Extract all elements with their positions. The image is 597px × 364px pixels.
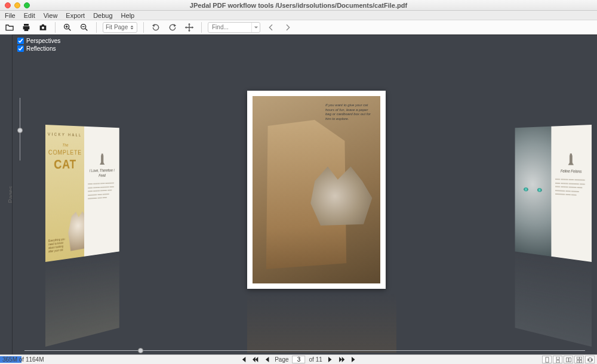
- rotate-ccw-button[interactable]: [150, 21, 162, 33]
- cover-line-cat: CAT: [45, 157, 84, 172]
- right-body-text: ▬▬ ▬▬▬ ▬▬ ▬▬▬▬ ▬▬ ▬▬▬ ▬▬▬▬ ▬▬ ▬▬ ▬▬▬ ▬▬▬…: [555, 177, 587, 197]
- rotate-cw-icon: [168, 23, 177, 32]
- menu-help[interactable]: Help: [121, 12, 135, 19]
- fast-back-button[interactable]: [251, 356, 259, 364]
- workspace: Pages Perspectives Reflections VICKY HAL…: [0, 35, 597, 354]
- cover-line-the: The: [45, 143, 84, 147]
- page-of-label: of 11: [309, 356, 322, 363]
- continuous-facing-view-button[interactable]: [574, 356, 584, 363]
- menu-view[interactable]: View: [44, 12, 58, 19]
- page-viewer[interactable]: Perspectives Reflections VICKY HALL The …: [12, 35, 597, 354]
- menu-debug[interactable]: Debug: [93, 12, 112, 19]
- svg-rect-3: [546, 357, 549, 362]
- chevron-right-icon: [283, 23, 293, 32]
- right-reflection: [515, 252, 592, 347]
- view-mode-buttons: [542, 356, 595, 363]
- zoom-out-button[interactable]: [78, 21, 90, 33]
- moka-pot-icon: [567, 153, 574, 165]
- find-field[interactable]: [208, 22, 260, 33]
- status-bar: 365M of 1164M Page of 11: [0, 354, 597, 364]
- horizontal-slider-thumb[interactable]: [138, 348, 143, 353]
- right-essay-title: Feline Felons: [555, 168, 587, 174]
- book-cover: VICKY HALL The COMPLETE CAT Everything y…: [45, 125, 84, 262]
- toolbar-separator: [143, 22, 144, 33]
- print-button[interactable]: [20, 21, 32, 33]
- find-input[interactable]: [208, 24, 251, 30]
- svg-rect-10: [577, 360, 579, 362]
- toolbar-separator: [96, 22, 97, 33]
- cover-line-complete: COMPLETE: [45, 149, 84, 156]
- page-number-input[interactable]: [293, 356, 306, 363]
- fast-forward-button[interactable]: [338, 356, 346, 364]
- page-label: Page: [275, 356, 288, 363]
- facing-view-button[interactable]: [564, 356, 573, 363]
- coverflow-view-button[interactable]: [585, 356, 595, 363]
- previous-page-spread[interactable]: VICKY HALL The COMPLETE CAT Everything y…: [45, 125, 119, 262]
- menu-bar: File Edit View Export Debug Help: [0, 11, 597, 20]
- left-reflection: [45, 252, 119, 347]
- memory-label: 365M of 1164M: [0, 356, 44, 363]
- chevron-down-icon: [254, 25, 259, 30]
- pan-tool-button[interactable]: [183, 21, 195, 33]
- folder-icon: [5, 23, 14, 32]
- zoom-in-icon: [63, 23, 72, 32]
- window-title: JPedal PDF workflow tools /Users/idrsolu…: [0, 2, 597, 9]
- find-dropdown-button[interactable]: [251, 23, 260, 32]
- right-text-page: Feline Felons ▬▬ ▬▬▬ ▬▬ ▬▬▬▬ ▬▬ ▬▬▬ ▬▬▬▬…: [551, 125, 592, 262]
- single-page-view-button[interactable]: [542, 356, 552, 363]
- continuous-view-button[interactable]: [553, 356, 562, 363]
- moka-pot-icon: [99, 153, 105, 165]
- toolbar-separator: [201, 22, 202, 33]
- camera-icon: [38, 23, 48, 32]
- prev-page-button[interactable]: [263, 356, 271, 364]
- cover-blurb: Everything you need to know about lookin…: [48, 237, 68, 254]
- printer-icon: [21, 23, 31, 32]
- find-prev-button[interactable]: [265, 21, 277, 33]
- right-photo-page: [515, 127, 552, 257]
- page-caption: If you want to give your cat hours of fu…: [325, 103, 374, 121]
- svg-rect-11: [579, 360, 581, 362]
- svg-rect-4: [556, 357, 559, 359]
- next-page-button[interactable]: [326, 356, 334, 364]
- last-page-button[interactable]: [350, 356, 358, 364]
- menu-export[interactable]: Export: [66, 12, 85, 19]
- move-icon: [184, 23, 194, 32]
- svg-rect-9: [579, 357, 581, 359]
- svg-rect-12: [589, 357, 590, 362]
- menu-edit[interactable]: Edit: [24, 12, 35, 19]
- svg-point-0: [42, 26, 44, 29]
- toolbar: Fit Page: [0, 20, 597, 35]
- horizontal-slider[interactable]: [24, 350, 585, 351]
- center-reflection: [247, 293, 396, 353]
- coverflow-stage: VICKY HALL The COMPLETE CAT Everything y…: [13, 35, 597, 354]
- first-page-button[interactable]: [239, 356, 247, 364]
- updown-icon: [130, 25, 134, 30]
- chevron-left-icon: [266, 23, 276, 32]
- svg-rect-8: [577, 357, 579, 359]
- rotate-cw-button[interactable]: [167, 21, 179, 33]
- left-text-page: I Love, Therefore I Feed ▬▬ ▬▬▬ ▬▬ ▬▬▬▬ …: [84, 127, 119, 257]
- zoom-mode-select[interactable]: Fit Page: [103, 22, 137, 33]
- next-page-spread[interactable]: Feline Felons ▬▬ ▬▬▬ ▬▬ ▬▬▬▬ ▬▬ ▬▬▬ ▬▬▬▬…: [515, 125, 592, 262]
- zoom-in-button[interactable]: [61, 21, 73, 33]
- menu-file[interactable]: File: [5, 12, 16, 19]
- toolbar-separator: [55, 22, 56, 33]
- snapshot-button[interactable]: [37, 21, 49, 33]
- zoom-out-icon: [79, 23, 89, 32]
- find-next-button[interactable]: [282, 21, 294, 33]
- open-file-button[interactable]: [4, 21, 16, 33]
- page-navigation: Page of 11: [239, 356, 358, 364]
- memory-meter[interactable]: 365M of 1164M: [0, 355, 72, 364]
- window-titlebar: JPedal PDF workflow tools /Users/idrsolu…: [0, 0, 597, 11]
- left-body-text: ▬▬ ▬▬▬ ▬▬ ▬▬▬▬ ▬▬ ▬▬▬ ▬▬▬▬ ▬▬ ▬▬ ▬▬▬ ▬▬▬…: [88, 181, 116, 200]
- svg-rect-5: [556, 360, 559, 362]
- rotate-ccw-icon: [151, 23, 161, 32]
- svg-rect-7: [568, 357, 571, 362]
- left-essay-title: I Love, Therefore I Feed: [88, 168, 116, 178]
- cat-eyes: [524, 187, 541, 194]
- current-page[interactable]: If you want to give your cat hours of fu…: [247, 91, 386, 289]
- cover-author: VICKY HALL: [45, 132, 84, 137]
- zoom-mode-value: Fit Page: [106, 24, 128, 30]
- svg-rect-6: [566, 357, 568, 362]
